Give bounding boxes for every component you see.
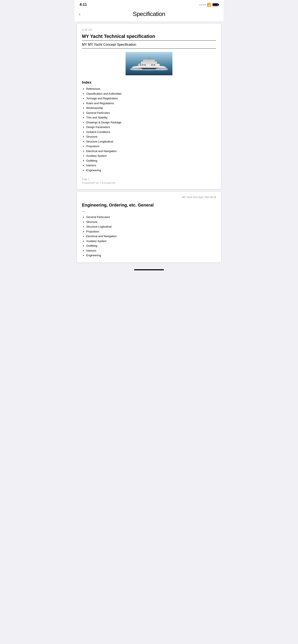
- page-2-card: MY Yacht Tech Spec 2021.08.28 Engineerin…: [77, 192, 221, 263]
- svg-rect-5: [143, 60, 155, 62]
- page2-doc-header: MY Yacht Tech Spec 2021.08.28: [82, 196, 216, 198]
- page-1-card: 1 of 13 MY Yacht Technical specification…: [77, 24, 221, 189]
- list-item: Auxiliary System: [86, 154, 216, 158]
- home-indicator: [75, 265, 223, 273]
- yacht-image: [126, 52, 172, 75]
- status-bar: 4:11 📶: [75, 0, 223, 8]
- index-title: Index: [82, 80, 216, 85]
- section-dash: ---: [82, 210, 216, 213]
- svg-rect-3: [138, 64, 160, 67]
- list-item: Ambient Conditions: [86, 130, 216, 134]
- battery-icon: [212, 3, 218, 6]
- list-item: Engineering: [86, 168, 216, 172]
- footer-page: Page 1: [82, 178, 216, 181]
- list-item: Electrical and Navigation: [86, 149, 216, 153]
- index-list: ReferencesClassification and Authorities…: [82, 87, 216, 172]
- list-item: Structure Logitudinal: [86, 224, 216, 229]
- svg-rect-7: [142, 64, 143, 66]
- list-item: Classification and Authorities: [86, 92, 216, 96]
- section-title: Engineering, Ordering, etc. General: [82, 203, 216, 208]
- doc-title-main: MY Yacht Technical specification: [82, 34, 216, 40]
- yacht-image-container: [82, 52, 216, 76]
- svg-rect-6: [139, 64, 141, 66]
- list-item: Auxiliary System: [86, 239, 216, 243]
- status-icons: 📶: [199, 3, 218, 7]
- list-item: General Particulars: [86, 215, 216, 219]
- list-item: Engineering: [86, 253, 216, 258]
- back-button[interactable]: ‹: [79, 11, 81, 18]
- footer-version: FroudeSHIP ver: 1.0.0 build:410: [82, 181, 216, 185]
- list-item: Electrical and Navigation: [86, 234, 216, 238]
- page-indicator: 1 of 13: [82, 28, 216, 32]
- list-item: Interiors: [86, 248, 216, 253]
- list-item: Interiors: [86, 163, 216, 168]
- svg-rect-4: [141, 62, 157, 64]
- list-item: Structure Longitudinal: [86, 140, 216, 144]
- svg-rect-10: [153, 64, 155, 66]
- doc-title-sub: MY MY Yacht Concept Specification: [82, 43, 216, 48]
- signal-icon: [199, 4, 206, 5]
- list-item: References: [86, 87, 216, 91]
- list-item: Outfitting: [86, 244, 216, 248]
- wifi-icon: 📶: [207, 3, 211, 7]
- page-footer: Page 1 FroudeSHIP ver: 1.0.0 build:410: [82, 178, 216, 185]
- list-item: Workmanship: [86, 106, 216, 110]
- page-title: Specification: [79, 11, 219, 18]
- list-item: Design Parameters: [86, 125, 216, 129]
- header: ‹ Specification: [75, 8, 223, 21]
- svg-rect-8: [144, 64, 146, 66]
- list-item: General Particulars: [86, 111, 216, 115]
- list-item: Propulsion: [86, 230, 216, 234]
- list-item: Outfitting: [86, 159, 216, 163]
- list-item: Structure: [86, 135, 216, 139]
- svg-rect-9: [151, 64, 153, 66]
- svg-point-14: [138, 69, 160, 70]
- status-time: 4:11: [80, 2, 87, 7]
- list-item: Drawings & Design Package: [86, 120, 216, 125]
- list-item: Tonnage and Registration: [86, 96, 216, 100]
- list-item: Trim and Stability: [86, 116, 216, 120]
- home-bar: [134, 269, 164, 270]
- page2-list: General ParticularsStructureStructure Lo…: [82, 215, 216, 258]
- list-item: Propulsion: [86, 144, 216, 148]
- list-item: Rules and Regulations: [86, 101, 216, 106]
- list-item: Structure: [86, 220, 216, 224]
